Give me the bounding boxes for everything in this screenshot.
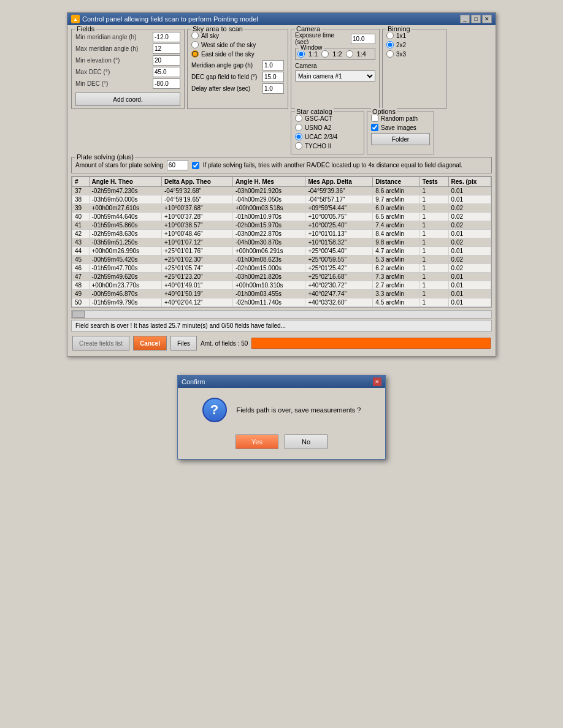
- table-cell: 46: [72, 264, 90, 273]
- table-row: 46-01h59m47.700s+25°01'05.74"-02h00m15.0…: [72, 264, 491, 273]
- data-table-container[interactable]: # Angle H. Theo Delta App. Theo Angle H.…: [71, 176, 492, 308]
- max-meridian-input[interactable]: [153, 44, 180, 54]
- table-cell: 1: [419, 264, 448, 273]
- binning-3x3-row: 3x3: [386, 50, 442, 58]
- gsc-act-radio[interactable]: [295, 115, 302, 122]
- table-cell: 4.7 arcMin: [373, 247, 419, 256]
- save-images-checkbox[interactable]: [371, 124, 378, 131]
- random-path-checkbox[interactable]: [371, 115, 378, 122]
- binning-2x2-radio[interactable]: [386, 41, 394, 48]
- close-button[interactable]: ✕: [482, 15, 492, 23]
- max-dec-input[interactable]: [153, 67, 180, 77]
- table-cell: 1: [419, 290, 448, 298]
- dialog-title-bar: Confirm ✕: [178, 376, 385, 388]
- add-coord-button[interactable]: Add coord.: [75, 93, 180, 106]
- table-cell: 37: [72, 187, 90, 195]
- table-cell: 1: [419, 298, 448, 307]
- col-angle-h-theo: Angle H. Theo: [89, 177, 161, 187]
- table-cell: 40: [72, 213, 90, 221]
- maximize-button[interactable]: □: [471, 15, 481, 23]
- max-meridian-row: Max meridian angle (h): [75, 44, 180, 54]
- all-sky-radio[interactable]: [191, 32, 199, 39]
- table-cell: +10°01'07.12": [162, 238, 233, 247]
- table-cell: 0.01: [448, 247, 491, 256]
- dialog-content: ? Fields path is over, save measurements…: [202, 398, 361, 422]
- table-cell: +10°00'48.46": [162, 230, 233, 238]
- ucac-label: UCAC 2/3/4: [305, 134, 337, 140]
- min-dec-input[interactable]: [153, 78, 180, 89]
- table-row: 48+00h00m23.770s+40°01'49.01"+00h00m10.3…: [72, 281, 491, 290]
- exposure-input[interactable]: [351, 34, 375, 44]
- cancel-button[interactable]: Cancel: [133, 336, 167, 351]
- table-cell: 0.01: [448, 290, 491, 298]
- fields-group-label: Fields: [75, 25, 96, 32]
- table-cell: -03h59m50.000s: [89, 195, 161, 204]
- all-sky-label: All sky: [201, 32, 219, 39]
- table-row: 42-02h59m48.630s+10°00'48.46"-03h00m22.8…: [72, 230, 491, 238]
- table-cell: 43: [72, 238, 90, 247]
- progress-bar: [251, 338, 491, 349]
- table-cell: 8.4 arcMin: [373, 230, 419, 238]
- min-elevation-input[interactable]: [153, 55, 180, 66]
- stars-input[interactable]: [167, 160, 188, 170]
- delay-slew-input[interactable]: [262, 83, 284, 94]
- min-meridian-row: Min meridian angle (h): [75, 32, 180, 42]
- window-1-1-radio[interactable]: [297, 50, 305, 58]
- table-cell: -01h00m10.970s: [232, 213, 305, 221]
- horizontal-scrollbar[interactable]: [71, 310, 492, 319]
- table-cell: 9.7 arcMin: [373, 195, 419, 204]
- minimize-button[interactable]: _: [460, 15, 470, 23]
- table-row: 41-01h59m45.860s+10°00'38.57"-02h00m15.9…: [72, 221, 491, 230]
- table-cell: 0.01: [448, 230, 491, 238]
- east-sky-radio[interactable]: [191, 50, 199, 58]
- folder-button[interactable]: Folder: [371, 133, 430, 145]
- min-dec-label: Min DEC (°): [75, 80, 108, 87]
- binning-3x3-label: 3x3: [396, 51, 406, 58]
- binning-1x1-radio[interactable]: [386, 32, 394, 39]
- usno-a2-radio[interactable]: [295, 124, 302, 131]
- table-cell: +10°01'58.32": [305, 238, 373, 247]
- table-cell: 1: [419, 238, 448, 247]
- stars-label: Amount of stars for plate solving: [75, 162, 163, 169]
- plate-solving-checkbox[interactable]: [192, 162, 199, 169]
- east-sky-row: East side of the sky: [191, 50, 284, 58]
- camera-select[interactable]: Main camera #1: [295, 70, 375, 82]
- table-row: 49-00h59m46.870s+40°01'50.19"-01h00m03.4…: [72, 290, 491, 298]
- ucac-radio[interactable]: [295, 133, 302, 140]
- binning-3x3-radio[interactable]: [386, 50, 394, 58]
- files-button[interactable]: Files: [170, 336, 197, 351]
- table-row: 47-02h59m49.620s+25°01'23.20"-03h00m21.8…: [72, 273, 491, 281]
- min-meridian-input[interactable]: [153, 32, 180, 42]
- bottom-bar: Create fields list Cancel Files Amt. of …: [71, 334, 492, 352]
- table-cell: 7.3 arcMin: [373, 273, 419, 281]
- table-cell: -00h59m45.420s: [89, 256, 161, 264]
- plate-solving-description: If plate solving fails, tries with anoth…: [203, 162, 488, 169]
- window-1-4-radio[interactable]: [346, 50, 353, 58]
- tycho-radio[interactable]: [295, 142, 302, 150]
- dialog-close-button[interactable]: ✕: [373, 377, 381, 386]
- meridian-gap-input[interactable]: [262, 60, 284, 70]
- window-1-2-radio[interactable]: [321, 50, 329, 58]
- window-1-2-label: 1:2: [332, 50, 342, 58]
- window-1-1-label: 1:1: [308, 50, 318, 58]
- table-cell: +25°01'23.20": [162, 273, 233, 281]
- col-tests: Tests: [419, 177, 448, 187]
- dec-gap-row: DEC gap field to field (°): [191, 72, 284, 82]
- table-cell: 0.02: [448, 213, 491, 221]
- yes-button[interactable]: Yes: [236, 434, 278, 449]
- plate-solving-group: Plate solving (plus) Amount of stars for…: [71, 157, 492, 173]
- table-cell: 1: [419, 213, 448, 221]
- table-cell: +25°01'02.30": [162, 256, 233, 264]
- table-cell: -02h59m47.230s: [89, 187, 161, 195]
- sky-area-group: Sky area to scan All sky West side of th…: [187, 29, 288, 109]
- west-sky-radio[interactable]: [191, 41, 199, 48]
- dec-gap-input[interactable]: [262, 72, 284, 82]
- plate-row: Amount of stars for plate solving If pla…: [75, 160, 488, 170]
- table-cell: +00h00m03.518s: [232, 204, 305, 213]
- title-buttons: _ □ ✕: [460, 15, 492, 23]
- no-button[interactable]: No: [285, 434, 327, 449]
- table-cell: +10°00'37.28": [162, 213, 233, 221]
- create-fields-list-button[interactable]: Create fields list: [72, 336, 129, 351]
- table-cell: 0.01: [448, 281, 491, 290]
- table-cell: 42: [72, 230, 90, 238]
